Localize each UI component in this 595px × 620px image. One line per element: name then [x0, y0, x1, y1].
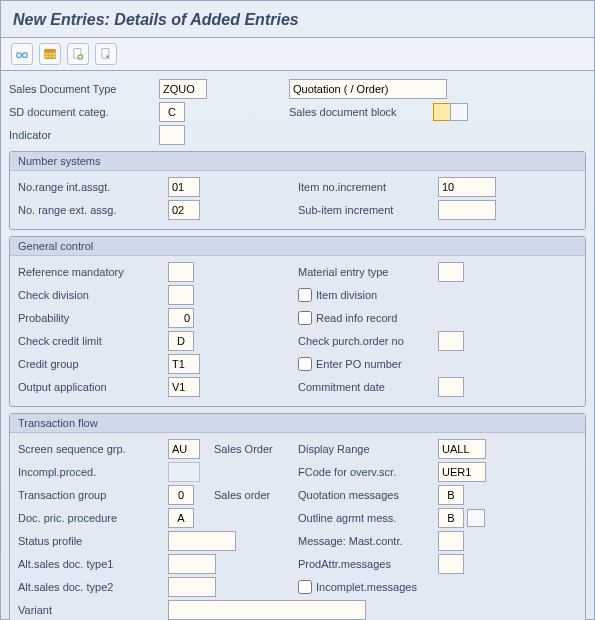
panel-transaction-flow: Transaction flow Screen sequence grp. Sa…	[9, 413, 586, 620]
sales-doc-type-field[interactable]	[159, 79, 207, 99]
panel-number-systems-title: Number systems	[10, 152, 585, 171]
ref-mandatory-field[interactable]	[168, 262, 194, 282]
toolbar-btn-page-arrow[interactable]	[95, 43, 117, 65]
enter-po-input[interactable]	[298, 357, 312, 371]
table-icon	[43, 47, 57, 61]
toolbar	[1, 37, 594, 71]
display-range-field[interactable]	[438, 439, 486, 459]
display-range-label: Display Range	[298, 443, 438, 455]
material-entry-field[interactable]	[438, 262, 464, 282]
no-range-int-label: No.range int.assgt.	[18, 181, 168, 193]
check-po-field[interactable]	[438, 331, 464, 351]
outline-msg-aux-button[interactable]	[467, 509, 485, 527]
item-division-label: Item division	[316, 289, 377, 301]
sales-doc-type-desc-field[interactable]	[289, 79, 447, 99]
output-app-field[interactable]	[168, 377, 200, 397]
toolbar-btn-page-plus[interactable]	[67, 43, 89, 65]
check-division-field[interactable]	[168, 285, 194, 305]
item-no-inc-field[interactable]	[438, 177, 496, 197]
item-division-checkbox[interactable]: Item division	[298, 288, 377, 302]
sales-doc-type-label: Sales Document Type	[9, 83, 159, 95]
sd-doc-categ-field[interactable]	[159, 102, 185, 122]
credit-group-label: Credit group	[18, 358, 168, 370]
incomplet-msg-checkbox[interactable]: Incomplet.messages	[298, 580, 417, 594]
alt1-field[interactable]	[168, 554, 216, 574]
alt2-label: Alt.sales doc. type2	[18, 581, 168, 593]
doc-pric-label: Doc. pric. procedure	[18, 512, 168, 524]
page-arrow-icon	[99, 47, 113, 61]
sales-doc-block-f4[interactable]	[433, 103, 468, 121]
page-plus-icon	[71, 47, 85, 61]
alt2-field[interactable]	[168, 577, 216, 597]
material-entry-label: Material entry type	[298, 266, 438, 278]
page-title: New Entries: Details of Added Entries	[1, 1, 594, 37]
prodattr-label: ProdAttr.messages	[298, 558, 438, 570]
item-no-inc-label: Item no.increment	[298, 181, 438, 193]
read-info-rec-input[interactable]	[298, 311, 312, 325]
outline-msg-field[interactable]	[438, 508, 464, 528]
output-app-label: Output application	[18, 381, 168, 393]
check-division-label: Check division	[18, 289, 168, 301]
panel-general-control-title: General control	[10, 237, 585, 256]
incomplet-msg-label: Incomplet.messages	[316, 581, 417, 593]
status-profile-label: Status profile	[18, 535, 168, 547]
no-range-ext-label: No. range ext. assg.	[18, 204, 168, 216]
sd-doc-categ-label: SD document categ.	[9, 106, 159, 118]
f4-icon	[433, 103, 451, 121]
commit-date-label: Commitment date	[298, 381, 438, 393]
indicator-field[interactable]	[159, 125, 185, 145]
f4-help-icon	[450, 103, 468, 121]
trans-group-label: Transaction group	[18, 489, 168, 501]
incompl-proc-label: Incompl.proced.	[18, 466, 168, 478]
app-window: New Entries: Details of Added Entries	[0, 0, 595, 620]
panel-transaction-flow-title: Transaction flow	[10, 414, 585, 433]
sub-item-inc-label: Sub-item increment	[298, 204, 438, 216]
screen-seq-field[interactable]	[168, 439, 200, 459]
toolbar-btn-table[interactable]	[39, 43, 61, 65]
enter-po-checkbox[interactable]: Enter PO number	[298, 357, 402, 371]
read-info-rec-checkbox[interactable]: Read info record	[298, 311, 397, 325]
variant-label: Variant	[18, 604, 168, 616]
alt1-label: Alt.sales doc. type1	[18, 558, 168, 570]
screen-seq-label: Screen sequence grp.	[18, 443, 168, 455]
check-credit-label: Check credit limit	[18, 335, 168, 347]
probability-field[interactable]	[168, 308, 194, 328]
credit-group-field[interactable]	[168, 354, 200, 374]
panel-number-systems: Number systems No.range int.assgt. Item …	[9, 151, 586, 230]
enter-po-label: Enter PO number	[316, 358, 402, 370]
fcode-label: FCode for overv.scr.	[298, 466, 438, 478]
incomplet-msg-input[interactable]	[298, 580, 312, 594]
screen-seq-desc: Sales Order	[214, 443, 273, 455]
glasses-icon	[15, 47, 29, 61]
toolbar-btn-glasses[interactable]	[11, 43, 33, 65]
variant-field[interactable]	[168, 600, 366, 620]
read-info-rec-label: Read info record	[316, 312, 397, 324]
item-division-input[interactable]	[298, 288, 312, 302]
commit-date-field[interactable]	[438, 377, 464, 397]
indicator-label: Indicator	[9, 129, 159, 141]
sub-item-inc-field[interactable]	[438, 200, 496, 220]
no-range-int-field[interactable]	[168, 177, 200, 197]
probability-label: Probability	[18, 312, 168, 324]
outline-msg-label: Outline agrmt mess.	[298, 512, 438, 524]
status-profile-field[interactable]	[168, 531, 236, 551]
check-credit-field[interactable]	[168, 331, 194, 351]
no-range-ext-field[interactable]	[168, 200, 200, 220]
msg-mastcontr-label: Message: Mast.contr.	[298, 535, 438, 547]
incompl-proc-field	[168, 462, 200, 482]
ref-mandatory-label: Reference mandatory	[18, 266, 168, 278]
msg-mastcontr-field[interactable]	[438, 531, 464, 551]
svg-rect-3	[45, 49, 56, 52]
quot-msg-label: Quotation messages	[298, 489, 438, 501]
prodattr-field[interactable]	[438, 554, 464, 574]
fcode-field[interactable]	[438, 462, 486, 482]
quot-msg-field[interactable]	[438, 485, 464, 505]
content-area: Sales Document Type SD document categ. S…	[1, 71, 594, 620]
check-po-label: Check purch.order no	[298, 335, 438, 347]
trans-group-field[interactable]	[168, 485, 194, 505]
panel-general-control: General control Reference mandatory Mate…	[9, 236, 586, 407]
doc-pric-field[interactable]	[168, 508, 194, 528]
trans-group-desc: Sales order	[214, 489, 270, 501]
sales-doc-block-label: Sales document block	[289, 106, 429, 118]
